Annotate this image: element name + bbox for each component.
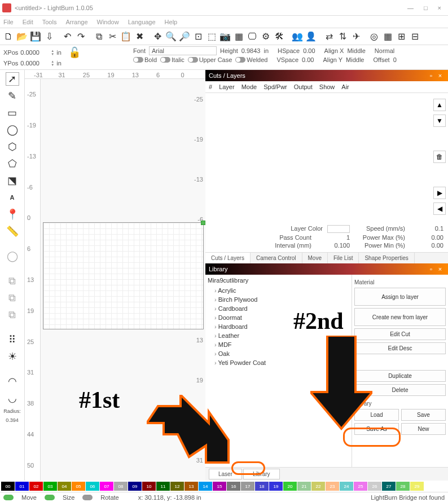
create-from-layer-button[interactable]: Create new from layer — [354, 308, 446, 326]
italic-toggle[interactable]: Italic — [160, 56, 185, 63]
draw-tool-icon[interactable]: ✎ — [6, 89, 19, 103]
color-swatch[interactable]: 23 — [326, 482, 339, 491]
menu-help[interactable]: Help — [165, 19, 178, 25]
select-tool-icon[interactable]: ➚ — [6, 72, 19, 86]
library-item[interactable]: Cardboard — [208, 304, 349, 313]
save-icon[interactable]: 💾 — [29, 30, 42, 43]
minimize-button[interactable]: — — [407, 5, 414, 11]
pan-icon[interactable]: ✥ — [151, 30, 164, 43]
size-toggle[interactable] — [45, 495, 55, 500]
xpos-value[interactable]: 0.0000 — [20, 49, 49, 56]
color-swatch[interactable]: 17 — [241, 482, 254, 491]
close-button[interactable]: × — [438, 5, 441, 11]
tab-file-list[interactable]: File List — [328, 253, 359, 263]
ypos-spinner[interactable]: ▲▼ — [51, 60, 54, 67]
tab-cuts-layers[interactable]: Cuts / Layers — [205, 253, 251, 263]
color-swatch[interactable]: 24 — [340, 482, 353, 491]
color-swatch[interactable]: 28 — [396, 482, 410, 491]
color-swatch[interactable]: 13 — [185, 482, 198, 491]
target-icon[interactable]: ◎ — [368, 30, 380, 43]
canvas[interactable]: -313125191360 -25-19-13-6061319253138445… — [25, 70, 205, 481]
zoom-out-icon[interactable]: 🔎 — [178, 30, 191, 43]
weld1-icon[interactable]: ⧉ — [6, 274, 19, 288]
save-button[interactable]: Save — [401, 409, 446, 421]
lock-icon[interactable]: 🔓 — [68, 46, 81, 59]
maximize-button[interactable]: □ — [424, 5, 428, 11]
monitor-icon[interactable]: 🖵 — [246, 30, 258, 43]
assign-layer-button[interactable]: Assign to layer — [354, 288, 446, 306]
library-item[interactable]: MDF — [208, 340, 349, 349]
menu-edit[interactable]: Edit — [23, 19, 33, 25]
arc1-icon[interactable]: ◠ — [6, 375, 19, 388]
color-swatch[interactable]: 22 — [311, 482, 325, 491]
library-item[interactable]: Acrylic — [208, 286, 349, 295]
edit-tool-icon[interactable]: ⬠ — [6, 157, 19, 170]
library-item[interactable]: Leather — [208, 331, 349, 340]
panel-close-icon[interactable]: × — [436, 72, 445, 79]
color-swatch[interactable]: 03 — [43, 482, 57, 491]
welded-toggle[interactable]: Welded — [235, 56, 267, 63]
delete-icon[interactable]: ✖ — [133, 30, 146, 43]
color-swatch[interactable]: 29 — [410, 482, 424, 491]
color-swatch[interactable]: 12 — [170, 482, 184, 491]
menu-window[interactable]: Window — [97, 19, 119, 25]
zoom-in-icon[interactable]: 🔍 — [165, 30, 177, 43]
cut-icon[interactable]: ✂ — [106, 30, 118, 43]
layer-color-swatch[interactable] — [327, 225, 350, 233]
zoom-fit-icon[interactable]: ⊡ — [192, 30, 204, 43]
upper-toggle[interactable]: Upper Case — [188, 56, 232, 63]
copy-icon[interactable]: ⧉ — [93, 30, 105, 43]
tab-shape-properties[interactable]: Shape Properties — [359, 253, 414, 263]
bold-toggle[interactable]: Bold — [133, 56, 157, 63]
layer-right-button[interactable]: ▶ — [433, 187, 446, 199]
color-swatch[interactable]: 09 — [128, 482, 142, 491]
color-swatch[interactable]: 00 — [1, 482, 15, 491]
import-icon[interactable]: ⇩ — [43, 30, 55, 43]
color-swatch[interactable]: 07 — [100, 482, 113, 491]
menu-file[interactable]: File — [3, 19, 14, 25]
camera-icon[interactable]: 📷 — [219, 30, 231, 43]
frame-icon[interactable]: ⬚ — [205, 30, 218, 43]
library-item[interactable]: Doormat — [208, 313, 349, 322]
color-swatch[interactable]: 02 — [29, 482, 43, 491]
duplicate-button[interactable]: Duplicate — [354, 370, 446, 382]
grid1-icon[interactable]: ▦ — [381, 30, 394, 43]
color-swatch[interactable]: 06 — [86, 482, 99, 491]
color-swatch[interactable]: 21 — [297, 482, 311, 491]
paste-icon[interactable]: 📋 — [120, 30, 132, 43]
color-swatch[interactable]: 26 — [368, 482, 381, 491]
weld2-icon[interactable]: ⧉ — [6, 291, 19, 305]
send-icon[interactable]: ✈ — [350, 30, 362, 43]
color-swatch[interactable]: 27 — [382, 482, 396, 491]
color-swatch[interactable]: 05 — [72, 482, 85, 491]
edit-cut-button[interactable]: Edit Cut — [354, 328, 446, 340]
undo-icon[interactable]: ↶ — [61, 30, 73, 43]
grid2-icon[interactable]: ⊞ — [395, 30, 407, 43]
new-icon[interactable]: 🗋 — [2, 30, 15, 43]
layer-left-button[interactable]: ◀ — [433, 202, 446, 215]
bottom-tab-laser[interactable]: Laser — [209, 469, 242, 479]
ellipse-tool-icon[interactable]: ◯ — [6, 123, 19, 136]
group-icon[interactable]: 👥 — [291, 30, 304, 43]
color-swatch[interactable]: 10 — [142, 482, 156, 491]
color-swatch[interactable]: 25 — [354, 482, 367, 491]
open-icon[interactable]: 📂 — [16, 30, 28, 43]
menu-tools[interactable]: Tools — [42, 19, 57, 25]
shape-tool-icon[interactable]: ⬔ — [6, 174, 19, 187]
library-item[interactable]: Hardboard — [208, 322, 349, 331]
radius-value[interactable]: 0.394 — [6, 417, 19, 423]
radial-icon[interactable]: ☀ — [6, 350, 19, 363]
rotate-toggle[interactable] — [82, 495, 93, 500]
polygon-tool-icon[interactable]: ⬡ — [6, 140, 19, 153]
lib-undock-icon[interactable]: ▫ — [427, 266, 436, 272]
offset-tool-icon[interactable]: ◯ — [6, 249, 19, 263]
color-swatch[interactable]: 20 — [283, 482, 297, 491]
mirror-h-icon[interactable]: ⇄ — [323, 30, 335, 43]
library-item[interactable]: Yeti Powder Coat — [208, 358, 349, 367]
rect-tool-icon[interactable]: ▭ — [6, 106, 19, 120]
color-swatch[interactable]: 11 — [156, 482, 170, 491]
menu-arrange[interactable]: Arrange — [65, 19, 87, 25]
move-toggle[interactable] — [3, 495, 14, 500]
library-item[interactable]: Birch Plywood — [208, 295, 349, 304]
color-swatch[interactable]: 16 — [227, 482, 240, 491]
